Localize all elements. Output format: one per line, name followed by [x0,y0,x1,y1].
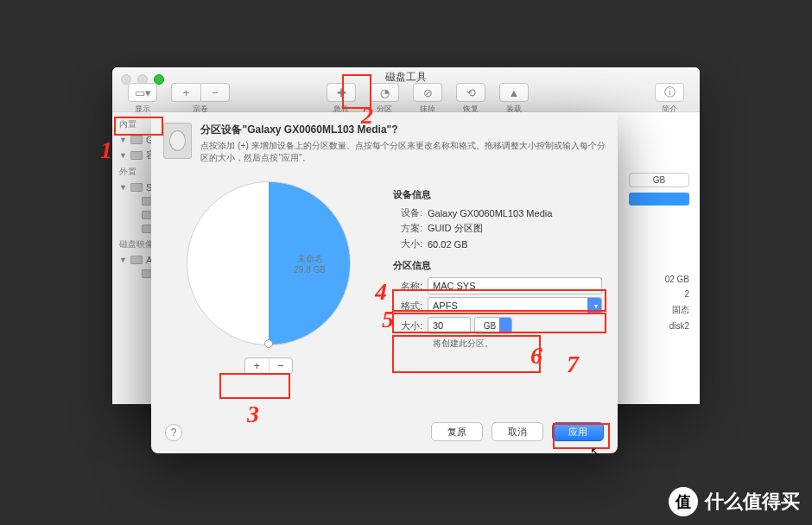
format-label: 格式: [393,300,428,313]
format-select-value: APFS [433,300,458,311]
watermark-text: 什么值得买 [705,489,800,515]
disk-icon [130,151,143,160]
pie-slice-size: 29.8 GB [294,264,326,275]
pie-slice-left: 未命名 30 GB [212,253,238,275]
first-aid-button[interactable]: ✚ [327,83,356,102]
sheet-description: 点按添加 (+) 来增加设备上的分区数量。点按每个分区来更改名称和格式。拖移调整… [200,140,606,164]
add-remove-segment: + − [244,357,293,375]
sheet-buttons: 复原 取消 应用 [431,422,604,441]
device-value: Galaxy GX0060ML103 Media [428,208,602,218]
partition-info-heading: 分区信息 [393,259,602,272]
info-value: 固态 [629,304,689,316]
name-input[interactable]: MAC SYS [428,277,602,294]
info-value: disk2 [629,321,689,331]
mount-button[interactable]: ▲ [499,83,529,102]
sheet-header: 分区设备"Galaxy GX0060ML103 Media"? 点按添加 (+)… [151,112,618,174]
size-input[interactable]: 30 [428,317,471,334]
scheme-label: 方案: [393,222,428,235]
total-size-value: 60.02 GB [428,239,602,250]
volume-add-button[interactable]: + [171,83,200,102]
add-partition-button[interactable]: + [245,358,270,374]
revert-button[interactable]: 复原 [431,422,483,441]
disk-icon [130,256,143,264]
pie-slice-size: 30 GB [212,264,238,275]
apply-button[interactable]: 应用 [552,422,604,441]
device-info-heading: 设备信息 [393,188,602,201]
status-badge [629,193,689,206]
info-panel: GB 02 GB 2 固态 disk2 [629,173,689,331]
info-button[interactable]: ⓘ [655,83,684,102]
info-value: 02 GB [629,275,689,284]
partition-pie[interactable]: 未命名 30 GB 未命名 29.8 GB + − [174,181,364,375]
format-select[interactable]: APFS▾ [428,297,602,314]
cancel-button[interactable]: 取消 [492,422,543,441]
sheet-title: 分区设备"Galaxy GX0060ML103 Media"? [200,123,606,137]
scheme-value: GUID 分区图 [428,222,602,235]
chevron-updown-icon: ▾ [594,302,598,310]
view-button[interactable]: ▭▾ [128,83,157,102]
pie-slice-name: 未命名 [212,253,238,264]
disk-icon [130,183,143,192]
pie-slice-name: 未命名 [294,253,326,264]
info-value: 2 [629,289,689,299]
size-unit-value: GB [484,321,496,331]
partition-button[interactable]: ◔ [370,83,399,102]
partition-note: 将创建此分区。 [433,338,602,350]
gb-button[interactable]: GB [629,173,689,187]
help-button[interactable]: ? [165,424,182,441]
erase-button[interactable]: ⊘ [413,83,442,102]
titlebar: 磁盘工具 ▭▾ 显示 + − 宗卷 ✚急救 ◔分区 ⊘抹掉 ⟲恢复 ▲装载 ⓘ简… [112,67,700,112]
size-unit-select[interactable]: GB [474,317,512,334]
device-label: 设备: [393,206,428,219]
watermark-icon: 值 [669,487,698,516]
size-input-value: 30 [433,320,443,331]
size-label: 大小: [393,319,428,332]
partition-sheet: 分区设备"Galaxy GX0060ML103 Media"? 点按添加 (+)… [151,112,618,453]
name-label: 名称: [393,280,428,293]
restore-button[interactable]: ⟲ [456,83,485,102]
total-size-label: 大小: [393,237,428,250]
partition-form: 设备信息 设备:Galaxy GX0060ML103 Media 方案:GUID… [393,188,602,350]
drive-icon [163,123,192,159]
resize-handle[interactable] [264,339,273,348]
pie-slice-right: 未命名 29.8 GB [294,253,326,275]
remove-partition-button[interactable]: − [270,358,293,374]
pie-chart[interactable]: 未命名 30 GB 未命名 29.8 GB [187,181,351,345]
disk-icon [130,136,143,144]
watermark: 值 什么值得买 [669,487,800,516]
name-input-value: MAC SYS [433,281,476,291]
annotation-1: 1 [100,136,112,164]
volume-remove-button[interactable]: − [200,83,230,102]
